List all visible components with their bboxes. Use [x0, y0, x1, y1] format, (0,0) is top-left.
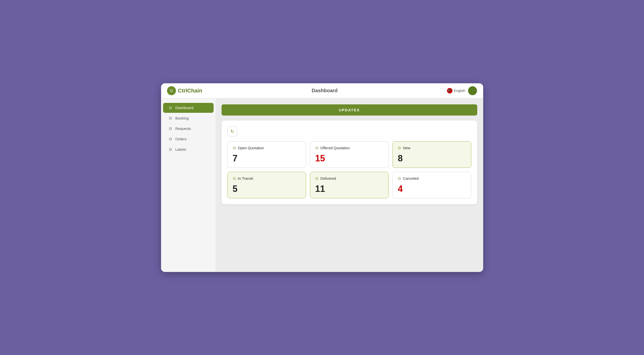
app-window: ⊙ CtrlChain Dashboard 🏴 English ⊙ Dashbo… [161, 83, 483, 272]
user-avatar[interactable] [468, 86, 477, 95]
stats-card-container: ↻ ⊙ Open Quotation 7 ⊙ Off [222, 121, 477, 204]
sidebar-item-labels[interactable]: ⊙ Labels [163, 145, 214, 154]
orders-icon: ⊙ [168, 137, 173, 142]
offered-quotation-label: Offered Quotation [320, 146, 350, 150]
sidebar-item-orders[interactable]: ⊙ Orders [163, 134, 214, 144]
labels-icon: ⊙ [168, 147, 173, 152]
refresh-button[interactable]: ↻ [228, 126, 238, 136]
stat-label-row: ⊙ Canceled [398, 176, 466, 181]
language-label: English [454, 89, 465, 93]
stat-label-row: ⊙ Open Quotation [233, 146, 301, 150]
open-quotation-value: 7 [233, 153, 301, 164]
main-layout: ⊙ Dashboard ⊙ Booking ⊙ Requests ⊙ Order… [161, 98, 483, 272]
delivered-value: 11 [315, 184, 383, 194]
logo-text: CtrlChain [178, 88, 202, 94]
new-label: New [403, 146, 410, 150]
sidebar-label-requests: Requests [176, 126, 191, 131]
booking-icon: ⊙ [168, 116, 173, 121]
sidebar-item-requests[interactable]: ⊙ Requests [163, 124, 214, 134]
stat-card-canceled[interactable]: ⊙ Canceled 4 [392, 172, 471, 198]
dashboard-icon: ⊙ [168, 105, 173, 110]
requests-icon: ⊙ [168, 126, 173, 131]
canceled-icon: ⊙ [398, 176, 401, 181]
stat-card-offered-quotation[interactable]: ⊙ Offered Quotation 15 [310, 141, 388, 168]
open-quotation-label: Open Quotation [238, 146, 264, 150]
sidebar-item-booking[interactable]: ⊙ Booking [163, 113, 214, 123]
top-bar: ⊙ CtrlChain Dashboard 🏴 English [161, 83, 483, 98]
delivered-label: Delivered [320, 176, 336, 180]
sidebar-item-dashboard[interactable]: ⊙ Dashboard [163, 103, 214, 113]
open-quotation-icon: ⊙ [233, 146, 236, 150]
stat-card-open-quotation[interactable]: ⊙ Open Quotation 7 [228, 141, 306, 168]
offered-quotation-icon: ⊙ [315, 146, 318, 150]
language-selector[interactable]: 🏴 English [447, 88, 465, 94]
delivered-icon: ⊙ [315, 176, 318, 181]
stats-grid: ⊙ Open Quotation 7 ⊙ Offered Quotation 1… [228, 141, 471, 198]
canceled-value: 4 [398, 184, 466, 194]
in-transit-icon: ⊙ [233, 176, 236, 181]
sidebar-label-orders: Orders [176, 137, 187, 141]
content-area: UPDATES ↻ ⊙ Open Quotation 7 [216, 98, 483, 272]
new-value: 8 [398, 153, 466, 164]
top-right: 🏴 English [447, 86, 477, 95]
sidebar: ⊙ Dashboard ⊙ Booking ⊙ Requests ⊙ Order… [161, 98, 216, 272]
stat-card-new[interactable]: ⊙ New 8 [392, 141, 471, 168]
stat-label-row: ⊙ New [398, 146, 466, 150]
stat-card-in-transit[interactable]: ⊙ In Transit 5 [228, 172, 306, 198]
logo-area: ⊙ CtrlChain [167, 86, 202, 95]
logo-icon: ⊙ [167, 86, 176, 95]
updates-bar: UPDATES [222, 104, 477, 116]
canceled-label: Canceled [403, 176, 418, 180]
in-transit-value: 5 [233, 184, 301, 194]
stat-label-row: ⊙ Offered Quotation [315, 146, 383, 150]
flag-icon: 🏴 [447, 88, 452, 94]
offered-quotation-value: 15 [315, 153, 383, 164]
page-title: Dashboard [312, 88, 338, 94]
stat-card-delivered[interactable]: ⊙ Delivered 11 [310, 172, 388, 198]
new-icon: ⊙ [398, 146, 401, 150]
sidebar-label-dashboard: Dashboard [176, 106, 194, 110]
stat-label-row: ⊙ Delivered [315, 176, 383, 181]
in-transit-label: In Transit [238, 176, 253, 180]
sidebar-label-labels: Labels [176, 147, 186, 151]
stat-label-row: ⊙ In Transit [233, 176, 301, 181]
sidebar-label-booking: Booking [176, 116, 189, 120]
